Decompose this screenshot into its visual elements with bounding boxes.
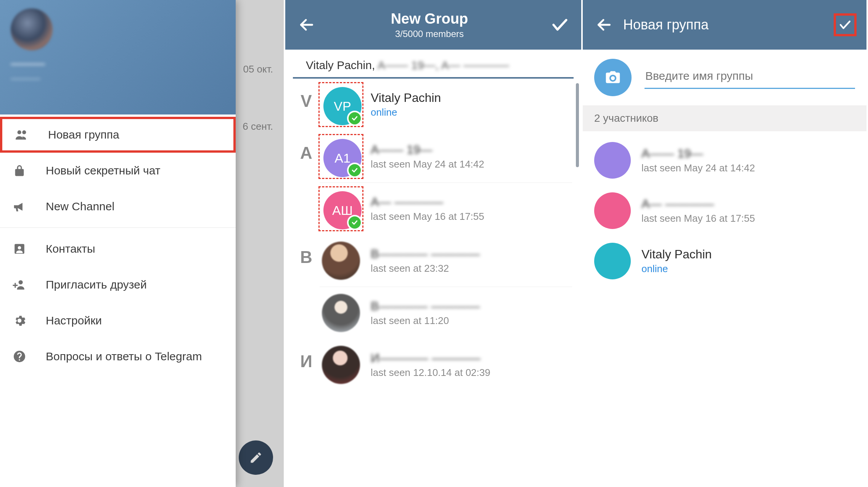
chip-text: Vitaly Pachin, (306, 59, 378, 71)
group-name-row (583, 50, 866, 105)
menu-item-gear[interactable]: Настройки (0, 303, 236, 339)
selected-chips[interactable]: Vitaly Pachin, A—— 19—, A— ———— (293, 50, 574, 79)
lock-icon (11, 164, 27, 177)
section-letter: A (293, 131, 320, 163)
menu-label: Новый секретный чат (46, 164, 160, 177)
profile-avatar[interactable] (11, 8, 53, 50)
section-letter: И (293, 339, 320, 371)
menu-label: New Channel (46, 200, 114, 213)
participant-row[interactable]: Vitaly Pachinonline (594, 236, 863, 286)
section-letter: B (293, 235, 320, 267)
chat-date: 6 сент. (243, 121, 273, 132)
gear-icon (11, 314, 27, 327)
contact-name: B———— ———— (371, 247, 572, 261)
members-count-label: 2 участников (583, 105, 866, 131)
contact-name: A—— 19— (371, 143, 572, 157)
participant-avatar (594, 243, 631, 279)
drawer-header: ——— ——— (0, 0, 236, 114)
participant-row[interactable]: A— ————last seen May 16 at 17:55 (594, 185, 863, 236)
section-И: ИИ———— ————last seen 12.10.14 at 02:39 (293, 339, 581, 391)
menu-label: Новая группа (48, 128, 119, 141)
section-letter: V (293, 79, 320, 111)
contact-list[interactable]: VVPVitaly PachinonlineAA1A—— 19—last see… (285, 79, 581, 391)
contact-status: last seen at 23:32 (371, 263, 572, 274)
menu-item-contact[interactable]: Контакты (0, 231, 236, 267)
contact-row[interactable]: B———— ————last seen at 11:20 (320, 287, 572, 339)
menu-label: Настройки (46, 314, 102, 327)
participant-row[interactable]: A—— 19—last seen May 24 at 14:42 (594, 135, 863, 185)
profile-name: ——— (11, 57, 225, 70)
group-icon (14, 127, 30, 142)
section-B: BB———— ————last seen at 23:32B———— ————l… (293, 235, 581, 339)
contact-row[interactable]: B———— ————last seen at 23:32 (320, 235, 572, 287)
topbar: Новая группа (583, 0, 866, 50)
menu-label: Вопросы и ответы о Telegram (46, 350, 202, 363)
group-photo-button[interactable] (594, 59, 632, 96)
contact-avatar (322, 346, 360, 384)
group-name-input[interactable] (645, 66, 855, 89)
selected-check-icon (347, 163, 362, 178)
participant-status: last seen May 16 at 17:55 (641, 213, 863, 224)
invite-icon (11, 277, 27, 292)
contact-status: last seen May 16 at 17:55 (371, 211, 572, 223)
scrollbar[interactable] (576, 83, 579, 167)
contact-status: last seen 12.10.14 at 02:39 (371, 367, 572, 379)
menu-item-invite[interactable]: Пригласить друзей (0, 267, 236, 303)
contact-row[interactable]: АШA— ————last seen May 16 at 17:55 (320, 183, 572, 235)
help-icon (11, 350, 27, 363)
profile-phone: ——— (11, 73, 225, 84)
contact-avatar (322, 294, 360, 332)
contact-name: Vitaly Pachin (371, 91, 572, 105)
chat-date: 05 окт. (243, 63, 273, 75)
confirm-button[interactable] (548, 13, 571, 36)
participant-avatar (594, 142, 631, 179)
contact-row[interactable]: VPVitaly Pachinonline (320, 79, 572, 131)
screen-drawer: 05 окт. 6 сент. ——— ——— Новая группаНовы… (0, 0, 285, 487)
chip-text-blurred: A—— 19—, A— ———— (378, 59, 509, 71)
contact-avatar (322, 242, 360, 280)
contact-name: B———— ———— (371, 299, 572, 313)
contact-name: A— ———— (371, 195, 572, 209)
contact-status: last seen May 24 at 14:42 (371, 158, 572, 170)
screen-group-name: Новая группа 2 участников A—— 19—last se… (583, 0, 868, 487)
megaphone-icon (11, 199, 27, 214)
back-button[interactable] (593, 13, 616, 36)
contact-status: online (371, 106, 572, 118)
participant-avatar (594, 192, 631, 229)
menu-item-megaphone[interactable]: New Channel (0, 189, 236, 224)
screen-select-members: New Group 3/5000 members Vitaly Pachin, … (285, 0, 583, 487)
svg-point-2 (18, 131, 21, 134)
compose-fab[interactable] (239, 440, 273, 475)
participant-name: A—— 19— (641, 147, 863, 161)
contact-icon (11, 242, 27, 255)
svg-point-6 (19, 280, 23, 284)
selected-check-icon (347, 215, 362, 230)
screen-title: New Group (310, 11, 548, 27)
menu-item-help[interactable]: Вопросы и ответы о Telegram (0, 339, 236, 374)
contact-row[interactable]: A1A—— 19—last seen May 24 at 14:42 (320, 131, 572, 183)
navigation-drawer: ——— ——— Новая группаНовый секретный чатN… (0, 0, 236, 487)
svg-point-3 (22, 131, 26, 134)
confirm-button[interactable] (834, 13, 857, 36)
topbar: New Group 3/5000 members (285, 0, 581, 50)
member-count: 3/5000 members (310, 29, 548, 39)
selected-check-icon (347, 111, 362, 126)
section-V: VVPVitaly Pachinonline (293, 79, 581, 131)
contact-name: И———— ———— (371, 351, 572, 365)
contact-row[interactable]: И———— ————last seen 12.10.14 at 02:39 (320, 339, 572, 391)
contact-status: last seen at 11:20 (371, 315, 572, 327)
svg-point-5 (18, 246, 21, 250)
participants-list: A—— 19—last seen May 24 at 14:42A— ————l… (583, 131, 866, 286)
menu-label: Пригласить друзей (46, 278, 147, 291)
section-A: AA1A—— 19—last seen May 24 at 14:42АШA— … (293, 131, 581, 235)
drawer-menu: Новая группаНовый секретный чатNew Chann… (0, 114, 236, 374)
menu-label: Контакты (46, 242, 95, 255)
participant-status: last seen May 24 at 14:42 (641, 162, 863, 174)
menu-item-group[interactable]: Новая группа (0, 117, 236, 153)
menu-separator (0, 227, 236, 228)
participant-name: Vitaly Pachin (641, 247, 863, 261)
participant-name: A— ———— (641, 197, 863, 211)
menu-item-lock[interactable]: Новый секретный чат (0, 153, 236, 189)
screen-title: Новая группа (616, 17, 834, 33)
participant-status: online (641, 263, 863, 275)
